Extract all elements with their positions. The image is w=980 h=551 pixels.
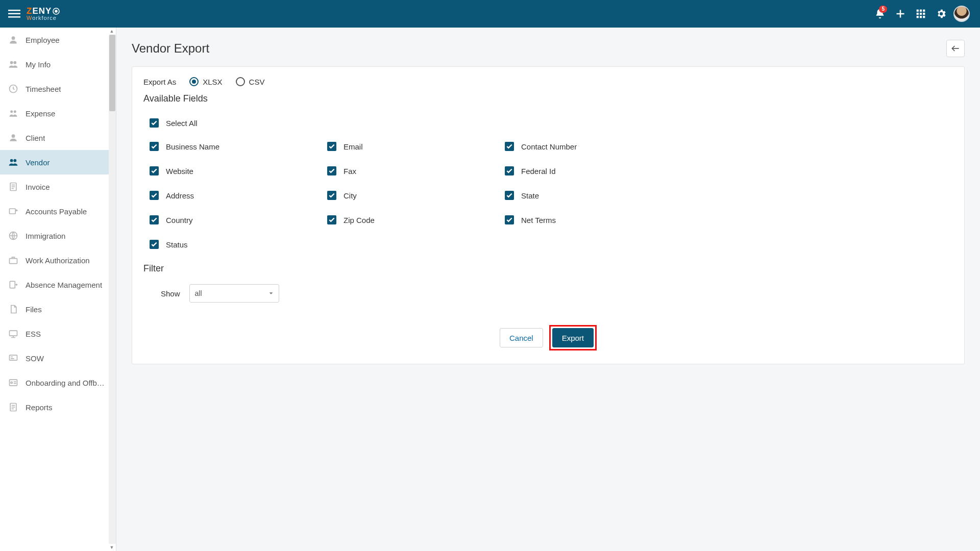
radio-label: XLSX [203, 78, 222, 86]
svg-point-21 [14, 110, 16, 113]
select-all-label: Select All [166, 119, 198, 128]
field-status[interactable]: Status [150, 240, 323, 249]
ess-icon [8, 329, 18, 339]
field-net-terms[interactable]: Net Terms [505, 215, 678, 224]
sidebar-item-onboarding-and-offboa[interactable]: Onboarding and Offboa... [0, 370, 116, 395]
sidebar-item-accounts-payable[interactable]: Accounts Payable [0, 199, 116, 223]
available-fields-title: Available Fields [143, 93, 953, 104]
sidebar-item-ess[interactable]: ESS [0, 321, 116, 346]
select-all-checkbox[interactable]: Select All [150, 118, 953, 128]
cancel-label: Cancel [509, 334, 533, 342]
logo[interactable]: ZENY Workforce [27, 7, 60, 21]
scrollbar-thumb[interactable] [109, 35, 115, 111]
field-country[interactable]: Country [150, 215, 323, 224]
svg-rect-2 [8, 16, 20, 18]
svg-point-4 [55, 10, 57, 12]
field-address[interactable]: Address [150, 191, 323, 200]
svg-point-24 [13, 159, 16, 162]
notifications-button[interactable]: 5 [870, 4, 890, 24]
svg-rect-0 [8, 10, 20, 11]
client-icon [8, 133, 18, 143]
field-state[interactable]: State [505, 191, 678, 200]
svg-point-20 [10, 110, 13, 113]
sidebar-item-label: Client [26, 134, 45, 142]
svg-rect-29 [10, 281, 15, 288]
checkbox-icon [327, 166, 336, 176]
svg-rect-26 [10, 209, 16, 214]
header: ZENY Workforce 5 [0, 0, 980, 28]
vendor-icon [8, 157, 18, 167]
back-button[interactable] [946, 40, 965, 57]
sidebar-item-reports[interactable]: Reports [0, 395, 116, 419]
field-label: Zip Code [344, 216, 375, 224]
sidebar-item-employee[interactable]: Employee [0, 28, 116, 52]
filter-title: Filter [143, 263, 953, 274]
globe-icon [8, 231, 18, 241]
svg-point-16 [12, 36, 15, 40]
sidebar-item-label: Employee [26, 36, 60, 44]
cancel-button[interactable]: Cancel [500, 328, 543, 347]
checkbox-icon [150, 142, 159, 151]
sidebar-item-immigration[interactable]: Immigration [0, 223, 116, 248]
sidebar-item-expense[interactable]: Expense [0, 101, 116, 126]
field-email[interactable]: Email [327, 142, 501, 151]
show-dropdown[interactable]: all [189, 284, 279, 303]
sidebar-item-timesheet[interactable]: Timesheet [0, 77, 116, 101]
svg-point-22 [12, 134, 15, 138]
scroll-up-button[interactable]: ▲ [108, 28, 115, 35]
field-fax[interactable]: Fax [327, 166, 501, 176]
field-label: Status [166, 240, 188, 249]
field-business-name[interactable]: Business Name [150, 142, 323, 151]
radio-csv[interactable]: CSV [236, 77, 265, 86]
briefcase-icon [8, 255, 18, 265]
scroll-down-button[interactable]: ▼ [108, 544, 115, 551]
my-info-icon [8, 59, 18, 69]
field-label: Website [166, 167, 193, 176]
hamburger-icon[interactable] [8, 8, 20, 20]
field-label: Address [166, 191, 194, 200]
field-contact-number[interactable]: Contact Number [505, 142, 678, 151]
sidebar-item-my-info[interactable]: My Info [0, 52, 116, 77]
sidebar-item-work-authorization[interactable]: Work Authorization [0, 248, 116, 272]
sidebar-item-absence-management[interactable]: Absence Management [0, 272, 116, 297]
show-value: all [195, 289, 202, 297]
add-button[interactable] [890, 4, 911, 24]
sidebar-item-files[interactable]: Files [0, 297, 116, 321]
field-zip-code[interactable]: Zip Code [327, 215, 501, 224]
radio-label: CSV [249, 78, 265, 86]
field-website[interactable]: Website [150, 166, 323, 176]
sidebar-item-invoice[interactable]: Invoice [0, 174, 116, 199]
field-label: Country [166, 216, 193, 224]
sidebar-item-sow[interactable]: SOW [0, 346, 116, 370]
field-label: Federal Id [521, 167, 556, 176]
field-label: Contact Number [521, 142, 577, 151]
apps-button[interactable] [911, 4, 931, 24]
sidebar-item-label: Expense [26, 109, 55, 118]
chevron-down-icon [268, 291, 274, 296]
checkbox-icon [327, 215, 336, 224]
sidebar-item-label: Work Authorization [26, 256, 90, 265]
field-federal-id[interactable]: Federal Id [505, 166, 678, 176]
logo-bottom: Workforce [27, 15, 60, 21]
settings-button[interactable] [931, 4, 951, 24]
svg-rect-8 [920, 10, 922, 12]
svg-point-33 [11, 382, 12, 383]
svg-rect-10 [917, 13, 919, 15]
svg-rect-28 [10, 259, 17, 264]
checkbox-icon [327, 142, 336, 151]
logo-top: ZENY [27, 7, 60, 16]
avatar-button[interactable] [951, 4, 972, 24]
svg-rect-12 [923, 13, 925, 15]
svg-rect-14 [920, 16, 922, 18]
sidebar-item-vendor[interactable]: Vendor [0, 150, 116, 174]
sow-icon [8, 353, 18, 363]
sidebar-item-client[interactable]: Client [0, 126, 116, 150]
export-button-highlight: Export [549, 325, 597, 350]
field-label: Business Name [166, 142, 219, 151]
export-button[interactable]: Export [552, 328, 594, 347]
sidebar-item-label: Invoice [26, 183, 50, 191]
field-city[interactable]: City [327, 191, 501, 200]
sidebar: ▲ ▼ EmployeeMy InfoTimesheetExpenseClien… [0, 28, 116, 551]
radio-xlsx[interactable]: XLSX [189, 77, 222, 86]
absence-icon [8, 280, 18, 290]
